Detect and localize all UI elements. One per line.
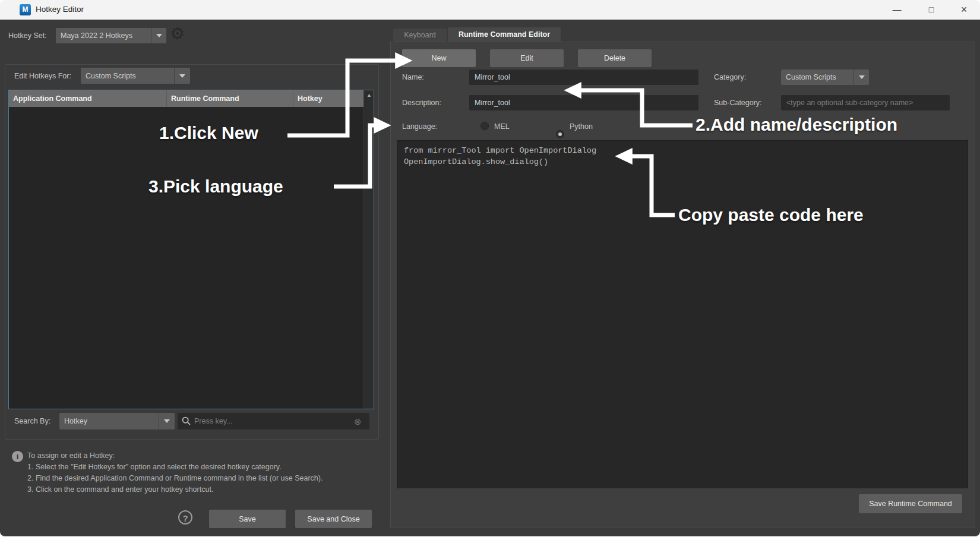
- save-and-close-button[interactable]: Save and Close: [295, 510, 372, 528]
- hotkey-set-dropdown-arrow[interactable]: [151, 28, 166, 43]
- maya-app-icon: M: [20, 4, 31, 15]
- info-icon: i: [12, 451, 23, 462]
- delete-button[interactable]: Delete: [578, 49, 652, 67]
- titlebar: M Hotkey Editor — □ ×: [0, 0, 980, 20]
- column-header-hotkey[interactable]: Hotkey: [293, 90, 365, 107]
- radio-mel[interactable]: [480, 122, 489, 130]
- name-input[interactable]: Mirror_tool: [469, 70, 698, 85]
- window-title: Hotkey Editor: [36, 5, 84, 14]
- search-by-dropdown-arrow[interactable]: [159, 413, 175, 429]
- search-icon: [182, 416, 191, 426]
- description-label: Description:: [402, 99, 441, 107]
- subcategory-input[interactable]: <type an optional sub-category name>: [781, 95, 950, 110]
- save-runtime-command-button[interactable]: Save Runtime Command: [859, 494, 962, 513]
- code-editor[interactable]: from mirror_Tool import OpenImportDialog…: [397, 140, 968, 488]
- chevron-down-icon: [164, 419, 170, 423]
- edit-hotkeys-for-dropdown-arrow[interactable]: [174, 68, 190, 84]
- subcategory-placeholder: <type an optional sub-category name>: [786, 99, 913, 107]
- table-header-row: Application Command Runtime Command Hotk…: [9, 90, 374, 107]
- language-label: Language:: [402, 122, 437, 131]
- search-placeholder: Press key...: [194, 417, 232, 425]
- annotation-click-new: 1.Click New: [159, 123, 258, 143]
- search-by-dropdown[interactable]: Hotkey: [59, 413, 159, 429]
- annotation-add-name-description: 2.Add name/description: [696, 115, 897, 135]
- info-title: To assign or edit a Hotkey:: [27, 451, 115, 460]
- clear-search-icon[interactable]: ⊗: [354, 416, 362, 427]
- annotation-copy-paste-code: Copy paste code here: [678, 205, 864, 225]
- hotkey-editor-window: M Hotkey Editor — □ × Hotkey Set: Maya 2…: [0, 0, 980, 537]
- code-line: from mirror_Tool import OpenImportDialog: [404, 145, 968, 156]
- table-scrollbar[interactable]: ▲: [363, 90, 374, 409]
- subcategory-label: Sub-Category:: [714, 99, 762, 107]
- info-step: 3. Click on the command and enter your h…: [27, 485, 213, 494]
- column-header-application-command[interactable]: Application Command: [9, 90, 167, 107]
- hotkey-set-label: Hotkey Set:: [8, 31, 47, 40]
- edit-button[interactable]: Edit: [490, 49, 564, 67]
- hotkey-set-dropdown[interactable]: Maya 2022 2 Hotkeys: [56, 28, 151, 43]
- close-button[interactable]: ×: [950, 0, 978, 19]
- radio-selected-dot: [558, 132, 562, 136]
- tab-keyboard[interactable]: Keyboard: [393, 29, 447, 42]
- chevron-down-icon: [859, 75, 865, 79]
- tab-runtime-command-editor[interactable]: Runtime Command Editor: [448, 27, 561, 42]
- info-step: 1. Select the "Edit Hotkeys for" option …: [27, 463, 282, 471]
- edit-hotkeys-for-label: Edit Hotkeys For:: [14, 72, 71, 80]
- radio-mel-label[interactable]: MEL: [494, 122, 510, 131]
- help-button[interactable]: ?: [178, 510, 192, 525]
- code-line: OpenImportDialog.show_dialog(): [404, 156, 968, 168]
- edit-hotkeys-for-dropdown[interactable]: Custom Scripts: [81, 68, 174, 84]
- category-label: Category:: [714, 73, 746, 81]
- chevron-down-icon: [179, 74, 185, 78]
- radio-python[interactable]: [556, 130, 564, 138]
- save-button[interactable]: Save: [209, 510, 286, 528]
- column-header-runtime-command[interactable]: Runtime Command: [167, 90, 293, 107]
- maximize-button[interactable]: □: [918, 0, 945, 19]
- name-label: Name:: [402, 73, 424, 81]
- search-by-label: Search By:: [14, 417, 50, 425]
- category-dropdown-arrow[interactable]: [853, 70, 869, 85]
- radio-python-label[interactable]: Python: [570, 122, 593, 131]
- category-dropdown[interactable]: Custom Scripts: [781, 70, 853, 85]
- search-input[interactable]: Press key...: [178, 413, 369, 429]
- description-input[interactable]: Mirror_tool: [469, 95, 698, 110]
- info-step: 2. Find the desired Application Command …: [27, 474, 323, 482]
- minimize-button[interactable]: —: [883, 0, 911, 19]
- chevron-down-icon: [156, 34, 162, 37]
- gear-icon[interactable]: ⚙: [170, 24, 185, 43]
- annotation-pick-language: 3.Pick language: [148, 176, 283, 197]
- scroll-up-icon[interactable]: ▲: [364, 90, 374, 100]
- new-button[interactable]: New: [402, 49, 476, 67]
